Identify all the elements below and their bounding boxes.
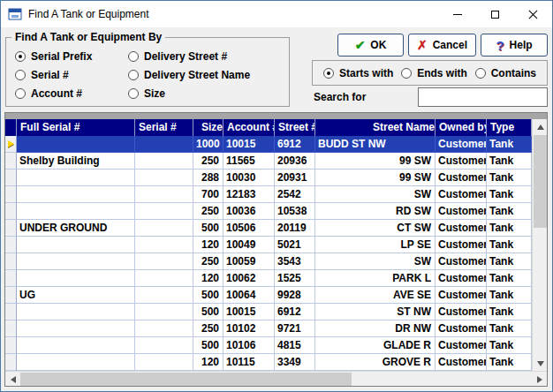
cell-full-serial: UG <box>17 287 135 304</box>
column-header-full-serial[interactable]: Full Serial # <box>17 119 135 136</box>
search-by-radio-account[interactable]: Account # <box>15 84 128 102</box>
arrow-down-icon <box>537 361 544 366</box>
cell-account: 10015 <box>223 304 275 320</box>
cell-serial <box>135 287 193 304</box>
help-button[interactable]: ? Help <box>481 34 548 57</box>
match-mode-group: Starts withEnds withContains <box>312 60 548 86</box>
cell-owned-by: Customer <box>436 170 487 186</box>
column-header-account[interactable]: Account # <box>223 119 275 136</box>
cell-street: 6912 <box>275 136 315 153</box>
cell-type: Tank <box>487 304 532 320</box>
table-row[interactable]: 1000100156912BUDD ST NWCustomerTank <box>5 136 532 153</box>
table-row[interactable]: 500100156912ST NWCustomerTank <box>5 304 532 320</box>
maximize-button[interactable] <box>476 1 514 27</box>
cell-serial <box>135 354 193 371</box>
search-by-radio-serial[interactable]: Serial # <box>15 65 128 84</box>
cell-full-serial <box>17 237 135 253</box>
radio-label: Contains <box>491 67 536 79</box>
close-button[interactable] <box>514 1 552 27</box>
cancel-button[interactable]: ✗ Cancel <box>408 34 476 57</box>
table-row[interactable]: Shelby Building250115652093699 SWCustome… <box>5 153 532 170</box>
table-row[interactable]: UG500100649928AVE SECustomerTank <box>5 287 532 304</box>
column-header-type[interactable]: Type <box>487 119 532 136</box>
scroll-down-button[interactable] <box>533 356 548 371</box>
cell-type: Tank <box>487 220 532 237</box>
table-row[interactable]: UNDER GROUND5001050620119CT SWCustomerTa… <box>5 220 532 237</box>
table-row[interactable]: 2501003610538RD SWCustomerTank <box>5 203 532 220</box>
column-header-serial[interactable]: Serial # <box>135 119 193 136</box>
table-row[interactable]: 120101153349GROVE RCustomerTank <box>5 354 532 371</box>
cell-street: 5021 <box>275 237 315 253</box>
cell-street: 1525 <box>275 270 315 287</box>
cell-type: Tank <box>487 253 532 270</box>
current-row-arrow-icon <box>8 140 14 147</box>
table-row[interactable]: 250100593543SWCustomerTank <box>5 253 532 270</box>
row-indicator <box>5 270 17 287</box>
scroll-left-button[interactable] <box>5 372 20 387</box>
cell-account: 10059 <box>223 253 275 270</box>
cell-serial <box>135 203 193 220</box>
cell-street: 6912 <box>275 304 315 320</box>
row-indicator <box>5 304 17 320</box>
arrow-right-icon <box>537 376 542 383</box>
radio-button-icon <box>128 51 139 62</box>
horizontal-scroll-thumb[interactable] <box>20 373 352 386</box>
search-by-radio-delivery-street[interactable]: Delivery Street # <box>128 47 289 65</box>
dialog-body: Find A Tank or Equipment By Serial Prefi… <box>1 27 552 391</box>
cell-account: 10015 <box>223 136 275 153</box>
cell-account: 10030 <box>223 170 275 186</box>
cell-owned-by: Customer <box>436 320 487 337</box>
match-mode-radio-contains[interactable]: Contains <box>475 67 536 79</box>
table-row[interactable]: 288100302093199 SWCustomerTank <box>5 170 532 186</box>
row-indicator <box>5 354 17 371</box>
table-row[interactable]: 120100621525PARK LCustomerTank <box>5 270 532 287</box>
radio-label: Account # <box>31 87 82 100</box>
cell-full-serial <box>17 136 135 153</box>
x-icon: ✗ <box>417 39 428 51</box>
column-header-street[interactable]: Street # <box>275 119 315 136</box>
cell-type: Tank <box>487 170 532 186</box>
cell-full-serial <box>17 337 135 354</box>
column-header-street-name[interactable]: Street Name <box>315 119 436 136</box>
row-indicator <box>5 170 17 186</box>
match-mode-radio-starts-with[interactable]: Starts with <box>323 67 393 79</box>
table-row[interactable]: 250101029721DR NWCustomerTank <box>5 320 532 337</box>
cell-size: 500 <box>193 304 223 320</box>
vertical-scroll-thumb[interactable] <box>534 135 547 228</box>
cell-serial <box>135 320 193 337</box>
scroll-up-button[interactable] <box>533 119 548 134</box>
cell-type: Tank <box>487 354 532 371</box>
search-by-radio-serial-prefix[interactable]: Serial Prefix <box>15 47 128 65</box>
table-row[interactable]: 120100495021LP SECustomerTank <box>5 237 532 253</box>
radio-label: Delivery Street Name <box>144 69 250 81</box>
search-by-radio-delivery-street-name[interactable]: Delivery Street Name <box>128 65 289 84</box>
scroll-right-button[interactable] <box>532 372 547 387</box>
radio-button-icon <box>15 70 26 80</box>
minimize-button[interactable] <box>438 1 476 27</box>
column-header-owned-by[interactable]: Owned by <box>436 119 487 136</box>
cell-street-name: LP SE <box>315 237 436 253</box>
vertical-scrollbar[interactable] <box>532 119 547 371</box>
ok-button-label: OK <box>370 39 386 51</box>
table-row[interactable]: 500101064815GLADE RCustomerTank <box>5 337 532 354</box>
cell-size: 120 <box>193 270 223 287</box>
search-input[interactable] <box>418 87 548 107</box>
cell-account: 10064 <box>223 287 275 304</box>
find-tank-dialog: Find A Tank or Equipment Find A Tank or … <box>0 0 553 392</box>
cell-street: 9721 <box>275 320 315 337</box>
cell-full-serial <box>17 320 135 337</box>
table-row[interactable]: 700121832542SWCustomerTank <box>5 186 532 203</box>
match-mode-radio-ends-with[interactable]: Ends with <box>401 67 467 79</box>
window-title: Find A Tank or Equipment <box>28 8 149 20</box>
cell-size: 120 <box>193 237 223 253</box>
ok-button[interactable]: ✔ OK <box>337 34 404 57</box>
horizontal-scrollbar[interactable] <box>5 371 547 386</box>
radio-button-icon <box>15 88 26 99</box>
cell-size: 700 <box>193 186 223 203</box>
cell-full-serial: Shelby Building <box>17 153 135 170</box>
column-header-size[interactable]: Size <box>193 119 223 136</box>
search-by-radio-size[interactable]: Size <box>128 84 289 102</box>
cell-owned-by: Customer <box>436 304 487 320</box>
cell-street-name: SW <box>315 253 436 270</box>
cell-type: Tank <box>487 237 532 253</box>
